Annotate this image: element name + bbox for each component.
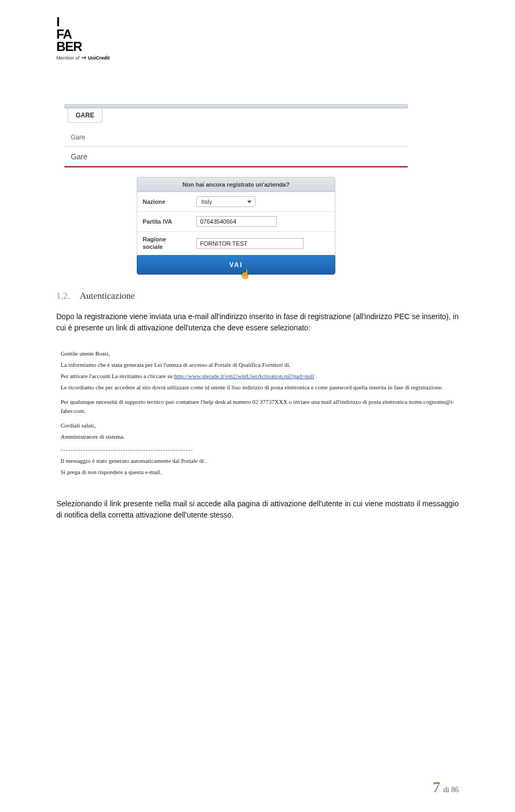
activation-link[interactable]: http://www.pleiade.it/vm2/winUserActivat…: [174, 373, 314, 379]
activation-email-screenshot: Gentile utente Rossi, La informiamo che …: [56, 344, 461, 482]
member-prefix: Member of: [56, 55, 79, 61]
page-of: di 86: [444, 786, 459, 794]
window-topbar: [64, 104, 408, 108]
member-brand: UniCredit: [88, 55, 110, 61]
logo-member-of: Member of ➙ UniCredit: [56, 54, 459, 61]
email-sign2: Amministratore di sistema.: [61, 432, 457, 441]
panel-title: Non hai ancora registrato un'azienda?: [137, 177, 335, 192]
email-p2: Per attivare l'account La invitiamo a cl…: [61, 372, 457, 381]
register-company-panel: Non hai ancora registrato un'azienda? Na…: [137, 177, 335, 274]
logo-line3: BER: [56, 41, 459, 53]
email-p2b: .: [314, 373, 318, 379]
email-p4: Per qualunque necessità di supporto tecn…: [61, 397, 457, 416]
vai-button-label: VAI: [229, 261, 242, 269]
email-greeting: Gentile utente Rossi,: [61, 349, 457, 358]
breadcrumb-row-1: Gare: [64, 128, 408, 147]
section-number: 1.2.: [56, 291, 70, 301]
email-p3: Le ricordiamo che per accedere al sito d…: [61, 383, 457, 392]
label-nazione: Nazione: [143, 198, 196, 205]
logo-line2: FA: [56, 28, 459, 41]
select-nazione[interactable]: Italy: [196, 196, 255, 207]
page-footer: 7 di 86: [433, 779, 459, 796]
tab-gare[interactable]: GARE: [68, 108, 102, 123]
breadcrumb-row-2: Gare: [64, 147, 408, 167]
input-partita-iva[interactable]: [196, 216, 277, 227]
label-ragione-sociale: Ragione sociale: [143, 236, 196, 250]
page-number: 7: [433, 779, 440, 795]
registration-form-screenshot: GARE Gare Gare Non hai ancora registrato…: [64, 104, 408, 274]
chevron-down-icon: [247, 201, 252, 203]
logo-line1: I: [56, 16, 459, 28]
vai-button[interactable]: VAI ☝: [137, 255, 335, 275]
email-p1: La informiamo che è stata generata per L…: [61, 360, 457, 370]
select-nazione-value: Italy: [201, 198, 212, 205]
cursor-icon: ☝: [240, 269, 252, 279]
paragraph-2: Selezionando il link presente nella mail…: [56, 498, 459, 521]
email-divider: ----------------------------------------…: [61, 445, 457, 454]
logo: I FA BER: [56, 16, 459, 53]
unicredit-swoosh-icon: ➙: [82, 54, 86, 61]
input-ragione-sociale[interactable]: [196, 238, 304, 249]
section-heading: 1.2. Autenticazione: [56, 291, 459, 301]
email-auto1: Il messaggio è stato generato automatica…: [61, 456, 457, 466]
email-sign1: Cordiali saluti,: [61, 421, 457, 430]
email-auto2: Si prega di non rispondere a questa e-ma…: [61, 468, 457, 477]
email-p2a: Per attivare l'account La invitiamo a cl…: [61, 373, 174, 379]
paragraph-1: Dopo la registrazione viene inviata una …: [56, 311, 459, 334]
label-partita-iva: Partita IVA: [143, 218, 196, 225]
section-title: Autenticazione: [80, 291, 135, 301]
